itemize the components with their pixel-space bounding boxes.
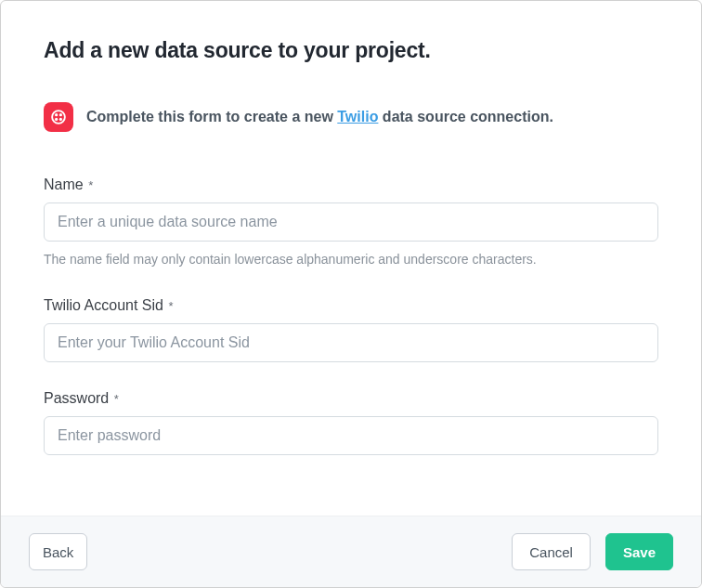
dialog-content: Add a new data source to your project. C… <box>1 1 701 516</box>
twilio-icon <box>44 102 73 132</box>
name-field-group: Name * The name field may only contain l… <box>44 176 658 269</box>
name-input[interactable] <box>44 203 658 242</box>
brand-link[interactable]: Twilio <box>337 109 378 124</box>
svg-point-0 <box>52 111 65 124</box>
password-input[interactable] <box>44 416 658 455</box>
required-marker: * <box>114 392 119 406</box>
required-marker: * <box>168 299 173 313</box>
password-label: Password * <box>44 390 658 407</box>
sid-label: Twilio Account Sid * <box>44 297 658 314</box>
sid-label-text: Twilio Account Sid <box>44 297 163 313</box>
info-row: Complete this form to create a new Twili… <box>44 102 658 132</box>
name-label: Name * <box>44 176 658 193</box>
svg-point-1 <box>55 113 58 116</box>
svg-point-2 <box>59 113 62 116</box>
info-prefix: Complete this form to create a new <box>86 109 337 124</box>
cancel-button[interactable]: Cancel <box>512 533 591 570</box>
add-data-source-dialog: Add a new data source to your project. C… <box>0 0 702 588</box>
back-button[interactable]: Back <box>29 533 87 570</box>
svg-point-3 <box>55 118 58 121</box>
password-field-group: Password * <box>44 390 658 455</box>
password-label-text: Password <box>44 390 109 406</box>
info-text: Complete this form to create a new Twili… <box>86 109 553 125</box>
sid-field-group: Twilio Account Sid * <box>44 297 658 362</box>
name-help-text: The name field may only contain lowercas… <box>44 251 658 269</box>
save-button[interactable]: Save <box>605 533 673 570</box>
name-label-text: Name <box>44 176 84 192</box>
footer-right-group: Cancel Save <box>512 533 673 570</box>
dialog-footer: Back Cancel Save <box>1 516 701 587</box>
info-suffix: data source connection. <box>378 109 552 124</box>
svg-point-4 <box>59 118 62 121</box>
sid-input[interactable] <box>44 323 658 362</box>
page-title: Add a new data source to your project. <box>44 38 658 63</box>
required-marker: * <box>88 178 93 192</box>
